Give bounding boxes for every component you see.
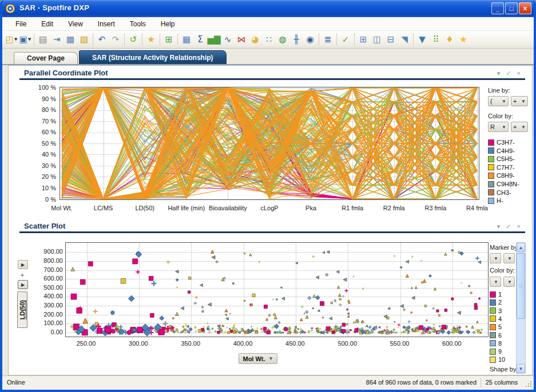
toolbar-separator bbox=[177, 34, 178, 45]
text-area-icon[interactable]: ≣ bbox=[321, 33, 335, 46]
details-visualization-icon[interactable]: ◉ bbox=[303, 33, 317, 46]
resize-grip[interactable] bbox=[525, 381, 532, 387]
legend-color-chip bbox=[488, 181, 494, 187]
undo-icon[interactable]: ↶ bbox=[95, 33, 109, 46]
close-panel-icon[interactable]: × bbox=[517, 223, 521, 230]
scatter-y-tick: 400.00 bbox=[30, 293, 63, 299]
legend-color-chip bbox=[488, 164, 494, 170]
marked-items-icon[interactable]: ⠿ bbox=[429, 33, 443, 46]
menu-view[interactable]: View bbox=[61, 18, 90, 30]
scatter-axis-expand-button[interactable]: ▶ bbox=[18, 260, 28, 269]
parallel-y-tick: 70 % bbox=[24, 118, 56, 125]
scatter-plot-icon[interactable]: ∷ bbox=[262, 33, 276, 46]
spotfire-logo-icon bbox=[5, 3, 15, 14]
color-by-add-dropdown[interactable]: +▼ bbox=[511, 122, 528, 132]
toolbar-separator bbox=[160, 34, 160, 45]
legend-item: C9H8N- bbox=[488, 181, 519, 187]
color-by-dropdown[interactable]: R▼ bbox=[488, 122, 509, 132]
filter-icon[interactable]: ▼ bbox=[415, 33, 429, 46]
marker-by-add-dropdown[interactable]: ▼ bbox=[503, 253, 515, 263]
title-bar[interactable]: SAR - Spotfire DXP _ □ × bbox=[0, 0, 536, 17]
undo-icon-glyph: ↶ bbox=[98, 35, 106, 44]
paste-icon[interactable]: ▧ bbox=[77, 33, 91, 46]
close-panel-icon[interactable]: × bbox=[517, 70, 521, 77]
favorites-icon[interactable]: ★ bbox=[456, 33, 470, 46]
scatter-plot-area[interactable] bbox=[65, 242, 489, 337]
parallel-y-tick: 60 % bbox=[24, 129, 56, 135]
scatter-y-tick: 800.00 bbox=[30, 257, 63, 264]
legend-item-label: 10 bbox=[498, 356, 505, 363]
layout-rows-icon[interactable]: ⊟ bbox=[384, 33, 398, 46]
line-by-dropdown[interactable]: (▼ bbox=[488, 96, 509, 106]
legend-item: 10 bbox=[490, 356, 505, 363]
tab-cover-page[interactable]: Cover Page bbox=[14, 52, 78, 64]
color-by-dropdown[interactable]: ▼ bbox=[490, 277, 501, 287]
menu-help[interactable]: Help bbox=[153, 18, 182, 30]
menu-edit[interactable]: Edit bbox=[34, 18, 61, 30]
toolbar-group: ◰▼▣▼ bbox=[5, 31, 32, 48]
save-icon-glyph: ▣ bbox=[19, 35, 27, 44]
new-page-icon[interactable]: ⊞ bbox=[162, 33, 176, 46]
profile-chart-icon[interactable]: ⋈ bbox=[235, 33, 248, 46]
scrollbar-thumb[interactable] bbox=[517, 253, 525, 319]
redo-icon[interactable]: ↷ bbox=[109, 33, 122, 46]
legend-item-label: C9H8N- bbox=[497, 181, 519, 187]
menu-tools[interactable]: Tools bbox=[122, 18, 153, 30]
line-chart-icon[interactable]: ∿ bbox=[221, 33, 235, 46]
apply-icon[interactable]: ✓ bbox=[506, 223, 511, 230]
scatter-x-axis-selector[interactable]: Mol Wt.▼ bbox=[239, 353, 277, 364]
map-chart-icon-glyph: ◍ bbox=[279, 35, 286, 44]
scatter-y-axis-selector[interactable]: LD(50) bbox=[17, 291, 27, 328]
add-favorite-icon[interactable]: ★ bbox=[144, 33, 158, 46]
menu-file[interactable]: File bbox=[8, 18, 34, 30]
marker-by-dropdown[interactable]: ▼ bbox=[490, 253, 501, 263]
close-button[interactable]: × bbox=[519, 2, 531, 14]
save-icon[interactable]: ▣▼ bbox=[18, 33, 32, 46]
color-by-add-dropdown[interactable]: ▼ bbox=[503, 277, 515, 287]
bar-chart-icon[interactable]: ▅▇ bbox=[207, 33, 221, 46]
paste-icon-glyph: ▧ bbox=[80, 35, 88, 44]
summary-table-icon[interactable]: Σ bbox=[193, 33, 207, 46]
chevron-down-icon: ▼ bbox=[502, 125, 506, 130]
scatter-legend-scrollbar[interactable]: ▲ ▼ bbox=[516, 242, 526, 374]
export-icon[interactable]: ⇥ bbox=[50, 33, 63, 46]
collapse-panel-icon[interactable]: ▾ bbox=[497, 70, 501, 77]
print-icon[interactable]: ▤ bbox=[36, 33, 50, 46]
scrollbar-up-icon[interactable]: ▲ bbox=[517, 243, 525, 252]
properties-check-icon[interactable]: ✓ bbox=[339, 33, 352, 46]
scrollbar-down-icon[interactable]: ▼ bbox=[517, 364, 525, 373]
copy-icon[interactable]: ▩ bbox=[63, 33, 77, 46]
scatter-axis-plus-button[interactable]: + bbox=[21, 272, 24, 278]
legend-item-label: C7H7- bbox=[497, 164, 515, 171]
parallel-y-tick: 50 % bbox=[24, 140, 56, 147]
legend-color-chip bbox=[490, 349, 496, 355]
line-chart-icon-glyph: ∿ bbox=[224, 35, 232, 44]
collapse-panel-icon[interactable]: ▾ bbox=[497, 223, 501, 230]
parallel-plot-area[interactable] bbox=[59, 87, 479, 200]
minimize-button[interactable]: _ bbox=[491, 2, 504, 14]
layout-columns-icon[interactable]: ◫ bbox=[370, 33, 384, 46]
toolbar-separator bbox=[93, 34, 93, 45]
open-icon[interactable]: ◰▼ bbox=[5, 33, 18, 46]
scatter-axis-settings-button[interactable]: ▶ bbox=[18, 280, 28, 289]
shape-by-label: Shape by bbox=[490, 366, 516, 373]
layout-four-panes-icon[interactable]: ⊞ bbox=[356, 33, 370, 46]
map-chart-icon[interactable]: ◍ bbox=[276, 33, 289, 46]
legend-item-label: C4H9- bbox=[497, 147, 515, 154]
table-icon[interactable]: ▦ bbox=[180, 33, 193, 46]
tag-icon[interactable]: ♦ bbox=[443, 33, 456, 46]
revert-icon[interactable]: ↺ bbox=[126, 33, 140, 46]
parallel-y-tick: 10 % bbox=[24, 185, 56, 191]
maximize-visualization-icon[interactable]: ◥ bbox=[398, 33, 411, 46]
legend-item: 9 bbox=[490, 348, 502, 355]
pie-chart-icon[interactable]: ◕ bbox=[248, 33, 262, 46]
box-plot-icon[interactable]: ╫ bbox=[289, 33, 303, 46]
toolbar-group: ⊞ bbox=[162, 31, 176, 48]
line-by-add-dropdown[interactable]: +▼ bbox=[511, 96, 528, 106]
toolbar-separator bbox=[336, 34, 337, 45]
apply-icon[interactable]: ✓ bbox=[506, 70, 511, 77]
menu-insert[interactable]: Insert bbox=[90, 18, 122, 30]
tab-sar-structure-activity-relationship[interactable]: SAR (Structure Activity Relationship) bbox=[79, 50, 227, 64]
maximize-button[interactable]: □ bbox=[505, 2, 518, 14]
text-area-icon-glyph: ≣ bbox=[324, 35, 332, 44]
